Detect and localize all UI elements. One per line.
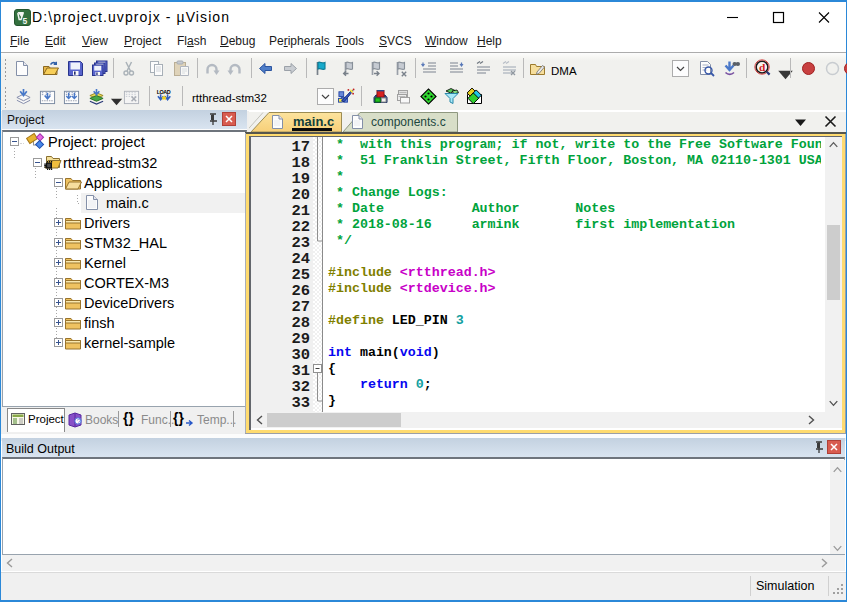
svg-text:d: d	[759, 61, 766, 73]
svg-text:5: 5	[23, 16, 28, 26]
svg-text:LOAD: LOAD	[157, 89, 171, 95]
svg-text:?: ?	[77, 417, 82, 426]
